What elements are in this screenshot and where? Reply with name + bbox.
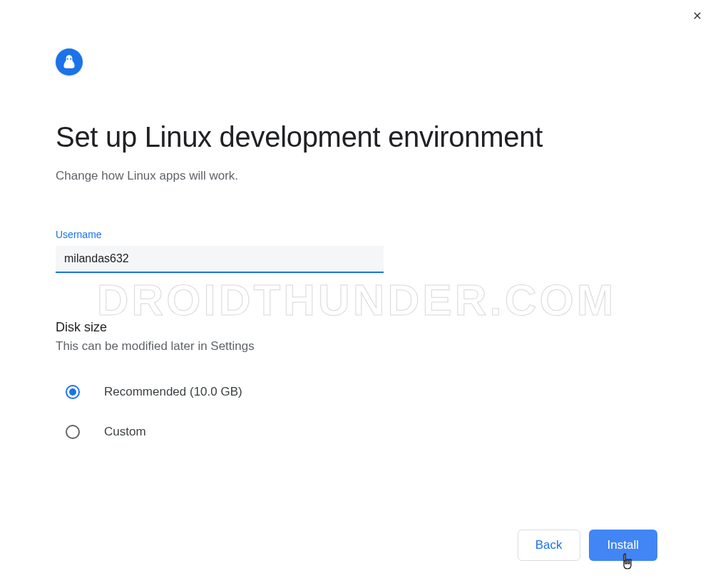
radio-option-recommended[interactable]: Recommended (10.0 GB) bbox=[56, 385, 657, 399]
close-icon bbox=[692, 10, 703, 21]
page-subtitle: Change how Linux apps will work. bbox=[56, 169, 657, 183]
linux-logo-icon bbox=[56, 48, 83, 76]
disk-size-title: Disk size bbox=[56, 320, 657, 335]
svg-point-1 bbox=[70, 58, 71, 60]
username-label: Username bbox=[56, 229, 657, 240]
radio-label-custom: Custom bbox=[104, 425, 146, 439]
username-input[interactable] bbox=[56, 246, 384, 273]
radio-selected-icon bbox=[66, 385, 80, 399]
page-title: Set up Linux development environment bbox=[56, 121, 657, 153]
radio-unselected-icon bbox=[66, 425, 80, 439]
radio-option-custom[interactable]: Custom bbox=[56, 425, 657, 439]
install-button[interactable]: Install bbox=[589, 530, 657, 561]
close-button[interactable] bbox=[690, 9, 704, 23]
svg-point-0 bbox=[67, 58, 68, 60]
radio-label-recommended: Recommended (10.0 GB) bbox=[104, 385, 242, 399]
disk-size-description: This can be modified later in Settings bbox=[56, 339, 657, 354]
back-button[interactable]: Back bbox=[518, 530, 580, 561]
